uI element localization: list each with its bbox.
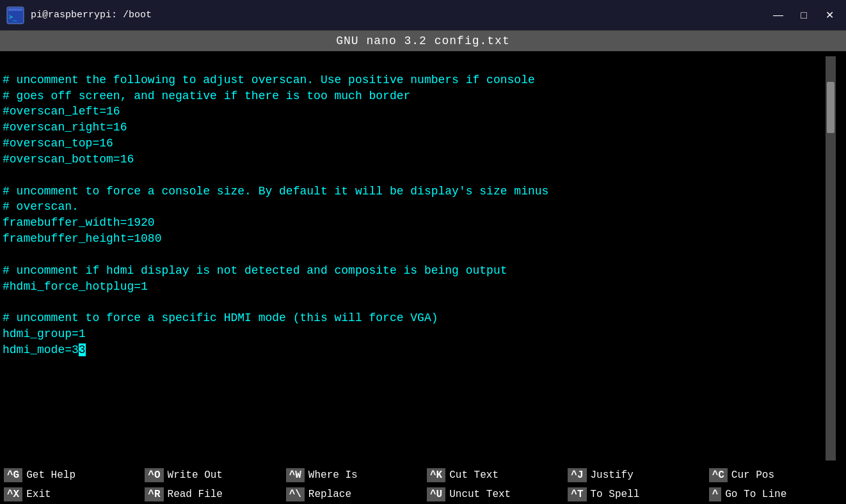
editor-content[interactable]: # uncomment the following to adjust over… [3, 56, 826, 461]
shortcut-where-is[interactable]: ^W Where Is [282, 466, 423, 485]
editor-line [3, 56, 826, 72]
nano-editor: GNU nano 3.2 config.txt # uncomment the … [0, 31, 846, 504]
editor-line [3, 294, 826, 310]
shortcut-get-help[interactable]: ^G Get Help [0, 466, 141, 485]
editor-line: # uncomment to force a console size. By … [3, 184, 826, 200]
editor-line: #hdmi_force_hotplug=1 [3, 279, 826, 295]
scrollbar-thumb[interactable] [827, 82, 834, 133]
shortcut-replace[interactable]: ^\ Replace [282, 485, 423, 504]
shortcut-read-file[interactable]: ^R Read File [141, 485, 282, 504]
title-bar-left: >_ pi@raspberrypi: /boot [6, 6, 152, 24]
shortcut-row-2: ^X Exit ^R Read File ^\ Replace ^U Uncut… [0, 485, 846, 504]
shortcut-exit[interactable]: ^X Exit [0, 485, 141, 504]
cursor: 3 [79, 343, 86, 356]
shortcut-cut-text[interactable]: ^K Cut Text [423, 466, 564, 485]
editor-line: hdmi_mode=33 [3, 342, 826, 358]
scrollbar[interactable] [826, 56, 836, 461]
title-bar: >_ pi@raspberrypi: /boot — □ ✕ [0, 0, 846, 31]
editor-line: framebuffer_width=1920 [3, 215, 826, 231]
title-bar-controls: — □ ✕ [768, 6, 840, 24]
editor-line: hdmi_group=1 [3, 326, 826, 342]
shortcut-go-to-line[interactable]: ^ Go To Line [705, 485, 846, 504]
svg-text:>_: >_ [9, 13, 17, 21]
shortcut-write-out[interactable]: ^O Write Out [141, 466, 282, 485]
editor-line: #overscan_right=16 [3, 120, 826, 136]
editor-line: framebuffer_height=1080 [3, 231, 826, 247]
shortcut-bar: ^G Get Help ^O Write Out ^W Where Is ^K … [0, 466, 846, 504]
shortcut-justify[interactable]: ^J Justify [564, 466, 705, 485]
svg-rect-1 [8, 8, 22, 11]
close-button[interactable]: ✕ [819, 6, 840, 24]
editor-line: # overscan. [3, 199, 826, 215]
shortcut-row-1: ^G Get Help ^O Write Out ^W Where Is ^K … [0, 466, 846, 485]
editor-area[interactable]: # uncomment the following to adjust over… [0, 51, 846, 466]
editor-line: # uncomment to force a specific HDMI mod… [3, 310, 826, 326]
editor-line: #overscan_left=16 [3, 104, 826, 120]
minimize-button[interactable]: — [768, 6, 788, 24]
editor-line: #overscan_top=16 [3, 136, 826, 152]
editor-line: # uncomment if hdmi display is not detec… [3, 263, 826, 279]
editor-line [3, 247, 826, 263]
shortcut-to-spell[interactable]: ^T To Spell [564, 485, 705, 504]
maximize-button[interactable]: □ [794, 6, 814, 24]
editor-line: #overscan_bottom=16 [3, 152, 826, 168]
shortcut-uncut-text[interactable]: ^U Uncut Text [423, 485, 564, 504]
editor-line: # uncomment the following to adjust over… [3, 72, 826, 88]
terminal-icon: >_ [6, 6, 24, 24]
editor-line: # goes off screen, and negative if there… [3, 88, 826, 104]
window-title: pi@raspberrypi: /boot [31, 10, 152, 20]
nano-header: GNU nano 3.2 config.txt [0, 31, 846, 51]
shortcut-cur-pos[interactable]: ^C Cur Pos [705, 466, 846, 485]
editor-line [3, 168, 826, 184]
